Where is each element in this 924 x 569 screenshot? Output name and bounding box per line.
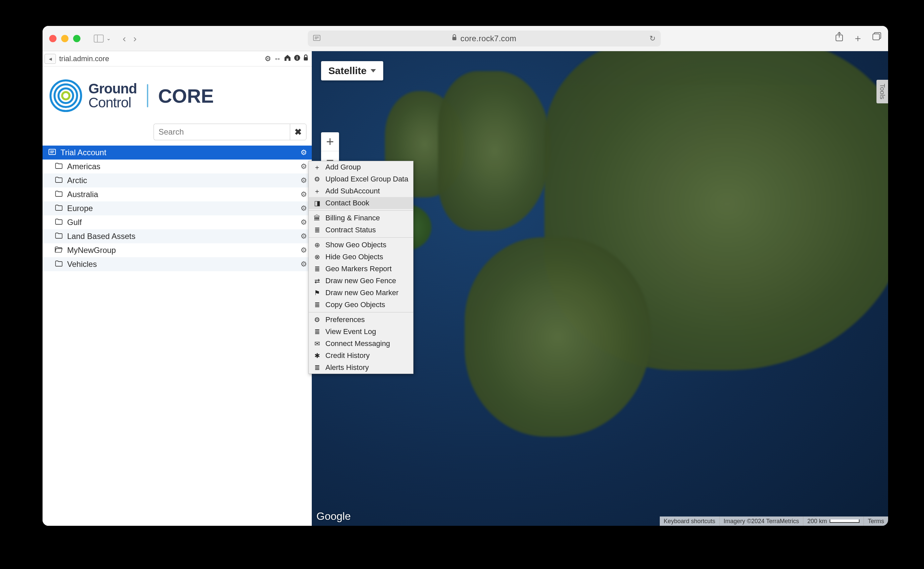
context-menu-item-label: Upload Excel Group Data [325, 175, 408, 184]
tree-item[interactable]: Gulf⚙ [43, 215, 312, 229]
context-menu-item-label: Connect Messaging [325, 339, 390, 348]
context-menu-item[interactable]: ≣View Event Log [309, 326, 413, 338]
context-menu-item[interactable]: ⊕Show Geo Objects [309, 239, 413, 251]
address-bar[interactable]: core.rock7.com ↻ [308, 30, 661, 47]
tree-item[interactable]: MyNewGroup⚙ [43, 243, 312, 257]
context-menu-item[interactable]: ⚙Preferences [309, 314, 413, 326]
search-input[interactable] [153, 124, 290, 140]
gear-icon[interactable]: ⚙ [301, 162, 307, 171]
context-menu-item-label: Contact Book [325, 199, 369, 207]
tree-item[interactable]: Americas⚙ [43, 160, 312, 173]
keyboard-shortcuts-link[interactable]: Keyboard shortcuts [660, 516, 719, 526]
context-menu-item[interactable]: ＋Add SubAccount [309, 185, 413, 197]
tree-item-label: Americas [67, 162, 301, 171]
sidebar-toggle-icon[interactable] [94, 34, 104, 43]
gear-icon[interactable]: ⚙ [301, 176, 307, 185]
reload-icon[interactable]: ↻ [649, 34, 655, 43]
tabs-overview-icon[interactable] [872, 32, 881, 45]
svg-text:i: i [296, 55, 298, 61]
logo-divider [147, 84, 148, 107]
imagery-attribution: Imagery ©2024 TerraMetrics [719, 516, 803, 526]
context-menu-item-label: Hide Geo Objects [325, 253, 383, 261]
gear-icon[interactable]: ⚙ [301, 148, 307, 157]
context-menu-item[interactable]: ⚙Upload Excel Group Data [309, 173, 413, 185]
context-menu-item[interactable]: ✱Credit History [309, 350, 413, 362]
search-clear-button[interactable]: ✖ [290, 124, 307, 140]
plus-icon: ＋ [313, 163, 321, 172]
reader-mode-icon[interactable] [313, 34, 321, 43]
context-menu-item[interactable]: ≣Copy Geo Objects [309, 299, 413, 311]
minimize-window-button[interactable] [61, 35, 68, 42]
context-menu-item[interactable]: 🏛Billing & Finance [309, 212, 413, 224]
target-icon: ⊕ [313, 241, 321, 249]
gear-icon[interactable]: ⚙ [301, 260, 307, 269]
tree-item[interactable]: Arctic⚙ [43, 173, 312, 187]
scale-bar-icon [830, 519, 860, 523]
folder-icon [54, 204, 64, 213]
tree-item[interactable]: Europe⚙ [43, 201, 312, 215]
nav-forward-button[interactable]: › [133, 33, 137, 44]
google-logo: Google [316, 510, 351, 522]
maximize-window-button[interactable] [73, 35, 81, 42]
context-menu-item-label: Draw new Geo Fence [325, 277, 396, 285]
tree-item-account[interactable]: Trial Account ⚙ [43, 146, 312, 160]
new-tab-icon[interactable]: ＋ [853, 32, 863, 45]
context-menu-item-label: Draw new Geo Marker [325, 289, 398, 297]
tree-item[interactable]: Vehicles⚙ [43, 257, 312, 271]
breadcrumb-back-button[interactable]: ◂ [44, 54, 56, 64]
folder-icon [54, 232, 64, 240]
lock-icon[interactable] [303, 55, 309, 63]
tools-tab[interactable]: Tools [877, 80, 888, 103]
logo-block: Ground Control CORE [43, 67, 312, 122]
x-circle-icon: ⊗ [313, 253, 321, 261]
context-menu-item[interactable]: ≣Alerts History [309, 362, 413, 374]
gear-icon: ⚙ [313, 175, 321, 183]
context-menu-item[interactable]: ⊗Hide Geo Objects [309, 251, 413, 263]
gear-icon: ⚙ [313, 316, 321, 324]
breadcrumb: trial.admin.core [59, 55, 109, 63]
gear-icon[interactable]: ⚙ [301, 218, 307, 227]
share-icon[interactable] [835, 32, 843, 45]
nav-back-button[interactable]: ‹ [123, 33, 126, 44]
settings-icon[interactable]: ⚙ [264, 55, 271, 63]
expand-icon[interactable]: ↔ [274, 55, 281, 63]
asterisk-icon: ✱ [313, 351, 321, 360]
context-menu-item[interactable]: ✉Connect Messaging [309, 338, 413, 350]
traffic-lights [49, 35, 81, 42]
map-scale: 200 km [803, 516, 863, 526]
gear-icon[interactable]: ⚙ [301, 232, 307, 240]
context-menu-item-label: Show Geo Objects [325, 240, 386, 249]
gear-icon[interactable]: ⚙ [301, 204, 307, 213]
list-icon: ≣ [313, 226, 321, 234]
url-text: core.rock7.com [460, 34, 516, 43]
lock-icon [452, 34, 457, 43]
list-icon: ≣ [313, 301, 321, 309]
tree-item-label: Vehicles [67, 260, 301, 269]
context-menu-item[interactable]: ⇄Draw new Geo Fence [309, 275, 413, 287]
list-icon: ≣ [313, 328, 321, 336]
context-menu-item[interactable]: ⚑Draw new Geo Marker [309, 287, 413, 299]
context-menu-item-label: Alerts History [325, 363, 369, 372]
gear-icon[interactable]: ⚙ [301, 190, 307, 199]
context-menu-item[interactable]: ≣Geo Markers Report [309, 263, 413, 275]
tree-item[interactable]: Land Based Assets⚙ [43, 229, 312, 243]
map-type-button[interactable]: Satellite [321, 61, 383, 81]
tree-item-label: Trial Account [61, 148, 301, 157]
tree-item[interactable]: Australia⚙ [43, 187, 312, 201]
context-menu-item[interactable]: ＋Add Group [309, 161, 413, 173]
terms-link[interactable]: Terms [863, 516, 888, 526]
list-icon: ≣ [313, 364, 321, 371]
close-window-button[interactable] [49, 35, 56, 42]
svg-point-17 [62, 92, 70, 99]
context-menu-item[interactable]: ◨Contact Book [309, 197, 413, 209]
context-menu-item-label: Credit History [325, 351, 369, 360]
logo-text-ground: Ground [88, 82, 137, 96]
tree-item-label: Land Based Assets [67, 232, 301, 241]
info-icon[interactable]: i [294, 55, 301, 63]
sidebar-dropdown-icon[interactable]: ⌄ [106, 35, 111, 41]
gear-icon[interactable]: ⚙ [301, 246, 307, 255]
svg-point-16 [58, 88, 73, 103]
zoom-in-button[interactable]: + [321, 132, 339, 151]
home-icon[interactable] [284, 55, 291, 63]
context-menu-item[interactable]: ≣Contract Status [309, 224, 413, 236]
